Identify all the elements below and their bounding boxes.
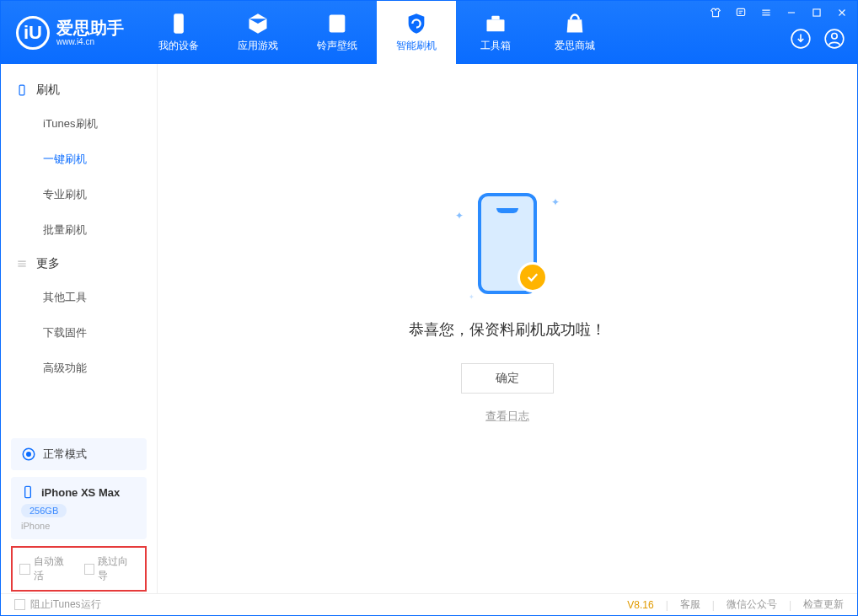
cube-icon: [246, 12, 270, 35]
device-icon: [167, 12, 190, 35]
feedback-icon[interactable]: [734, 6, 748, 19]
divider: |: [666, 599, 668, 611]
sidebar-item-download-firmware[interactable]: 下载固件: [1, 315, 157, 351]
tab-smart-flash[interactable]: 智能刷机: [377, 1, 456, 64]
svg-rect-13: [25, 486, 31, 497]
refresh-shield-icon: [405, 12, 428, 35]
device-box[interactable]: iPhone XS Max 256GB iPhone: [11, 477, 147, 539]
checkbox-label: 自动激活: [34, 554, 74, 583]
download-icon[interactable]: [790, 28, 812, 53]
phone-icon: [16, 84, 28, 96]
sidebar-item-batch-flash[interactable]: 批量刷机: [1, 212, 157, 248]
svg-point-2: [333, 24, 337, 29]
svg-rect-3: [487, 19, 505, 31]
tab-label: 应用游戏: [238, 39, 278, 53]
bag-icon: [563, 12, 587, 35]
window-controls: [709, 6, 849, 19]
music-icon: [325, 12, 349, 35]
user-icon[interactable]: [823, 28, 845, 53]
sidebar: 刷机 iTunes刷机 一键刷机 专业刷机 批量刷机 更多 其他工具 下载固件 …: [1, 64, 158, 595]
sparkle-icon: ✦: [469, 293, 475, 301]
checkmark-badge-icon: [517, 262, 548, 292]
toolbox-icon: [484, 12, 507, 35]
tab-my-device[interactable]: 我的设备: [139, 1, 218, 64]
logo-icon: iU: [16, 16, 50, 50]
svg-rect-10: [19, 85, 24, 95]
device-icon: [21, 485, 35, 499]
group-title: 刷机: [36, 83, 60, 98]
sidebar-item-pro-flash[interactable]: 专业刷机: [1, 177, 157, 212]
tab-apps-games[interactable]: 应用游戏: [218, 1, 298, 64]
svg-rect-4: [491, 16, 499, 20]
list-icon: [16, 258, 28, 270]
sparkle-icon: ✦: [455, 210, 464, 222]
divider: |: [712, 599, 715, 611]
logo-title: 爱思助手: [56, 19, 124, 37]
shirt-icon[interactable]: [709, 6, 722, 19]
tab-ringtones-wallpapers[interactable]: 铃声壁纸: [298, 1, 377, 64]
sidebar-item-oneclick-flash[interactable]: 一键刷机: [1, 142, 157, 177]
tab-label: 工具箱: [480, 39, 511, 53]
tab-label: 智能刷机: [396, 39, 437, 53]
tab-store[interactable]: 爱思商城: [535, 1, 614, 64]
confirm-button[interactable]: 确定: [461, 363, 554, 394]
main-content: ✦ ✦ ✦ 恭喜您，保资料刷机成功啦！ 确定 查看日志: [158, 64, 857, 595]
device-type: iPhone: [21, 521, 137, 531]
svg-rect-5: [737, 8, 744, 15]
checkbox-icon: [14, 599, 25, 610]
sidebar-group-flash: 刷机: [1, 74, 157, 106]
success-message: 恭喜您，保资料刷机成功啦！: [409, 319, 606, 340]
checkbox-icon: [19, 564, 30, 575]
view-log-link[interactable]: 查看日志: [485, 409, 529, 424]
close-icon[interactable]: [835, 6, 849, 19]
version-label: V8.16: [627, 599, 653, 611]
flash-options-row: 自动激活 跳过向导: [11, 546, 147, 592]
svg-point-12: [27, 453, 31, 457]
minimize-icon[interactable]: [785, 6, 798, 19]
menu-icon[interactable]: [759, 6, 773, 19]
tab-label: 铃声壁纸: [317, 39, 357, 53]
mode-box[interactable]: 正常模式: [11, 438, 147, 470]
group-title: 更多: [36, 256, 60, 271]
mode-label: 正常模式: [43, 447, 87, 462]
logo-url: www.i4.cn: [56, 37, 124, 46]
footer-bar: 阻止iTunes运行 V8.16 | 客服 | 微信公众号 | 检查更新: [1, 593, 857, 615]
tab-label: 爱思商城: [555, 39, 595, 53]
footer-link-customer-service[interactable]: 客服: [680, 597, 700, 612]
svg-point-9: [832, 34, 838, 40]
checkbox-label: 跳过向导: [98, 554, 138, 583]
tab-toolbox[interactable]: 工具箱: [456, 1, 535, 64]
sparkle-icon: ✦: [551, 196, 560, 208]
sidebar-item-other-tools[interactable]: 其他工具: [1, 280, 157, 315]
checkbox-block-itunes[interactable]: 阻止iTunes运行: [14, 597, 101, 612]
svg-rect-0: [174, 13, 184, 33]
checkbox-auto-activate[interactable]: 自动激活: [19, 554, 74, 583]
sidebar-item-itunes-flash[interactable]: iTunes刷机: [1, 106, 157, 142]
logo-area[interactable]: iU 爱思助手 www.i4.cn: [1, 1, 139, 64]
footer-link-check-update[interactable]: 检查更新: [803, 597, 844, 612]
checkbox-label: 阻止iTunes运行: [30, 597, 101, 612]
sidebar-group-more: 更多: [1, 248, 157, 280]
tab-label: 我的设备: [158, 39, 199, 53]
header-bar: iU 爱思助手 www.i4.cn 我的设备 应用游戏 铃声壁纸 智能刷机 工具…: [1, 1, 857, 64]
device-capacity: 256GB: [21, 504, 67, 517]
checkbox-skip-guide[interactable]: 跳过向导: [84, 554, 139, 583]
checkbox-icon: [84, 564, 95, 575]
divider: |: [789, 599, 791, 611]
footer-link-wechat[interactable]: 微信公众号: [727, 597, 777, 612]
maximize-icon[interactable]: [810, 6, 823, 19]
device-name: iPhone XS Max: [41, 486, 120, 499]
top-tabs: 我的设备 应用游戏 铃声壁纸 智能刷机 工具箱 爱思商城: [139, 1, 614, 64]
svg-rect-6: [813, 9, 820, 16]
success-illustration: ✦ ✦ ✦: [448, 185, 566, 303]
sidebar-item-advanced[interactable]: 高级功能: [1, 351, 157, 386]
header-right: [709, 1, 857, 64]
sync-icon: [21, 447, 36, 462]
